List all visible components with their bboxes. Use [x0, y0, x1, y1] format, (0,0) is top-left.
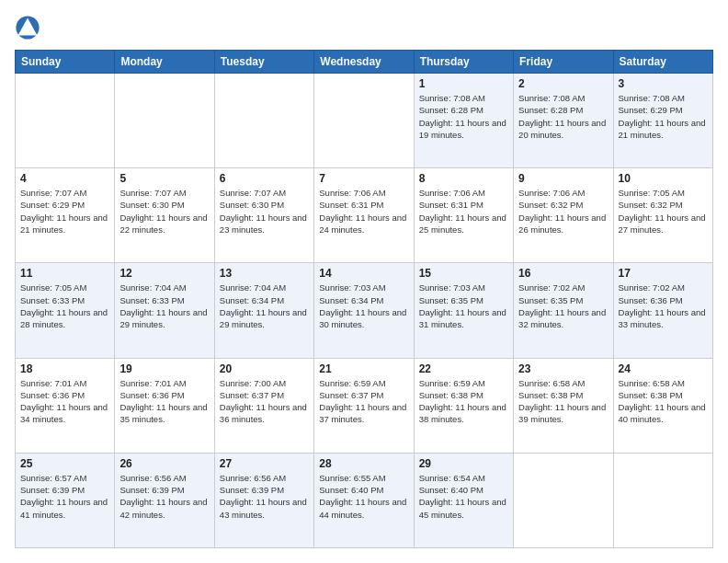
page: SundayMondayTuesdayWednesdayThursdayFrid…: [0, 0, 728, 563]
day-info: Sunrise: 7:08 AMSunset: 6:29 PMDaylight:…: [619, 92, 708, 141]
calendar-cell: 17Sunrise: 7:02 AMSunset: 6:36 PMDayligh…: [613, 263, 712, 358]
day-number: 19: [119, 362, 209, 375]
day-info: Sunrise: 6:56 AMSunset: 6:39 PMDaylight:…: [220, 472, 309, 521]
calendar-cell: [16, 74, 115, 168]
day-number: 22: [419, 362, 508, 375]
day-number: 11: [20, 267, 109, 280]
day-info: Sunrise: 6:54 AMSunset: 6:40 PMDaylight:…: [419, 472, 508, 521]
day-info: Sunrise: 7:00 AMSunset: 6:37 PMDaylight:…: [220, 377, 309, 426]
day-info: Sunrise: 7:05 AMSunset: 6:33 PMDaylight:…: [20, 282, 109, 330]
calendar-cell: 7Sunrise: 7:06 AMSunset: 6:31 PMDaylight…: [314, 168, 414, 263]
day-number: 3: [619, 77, 708, 90]
logo: [15, 15, 44, 40]
calendar-cell: 20Sunrise: 7:00 AMSunset: 6:37 PMDayligh…: [214, 358, 313, 453]
calendar-cell: 2Sunrise: 7:08 AMSunset: 6:28 PMDaylight…: [514, 74, 613, 168]
day-number: 6: [220, 172, 309, 185]
calendar-cell: [214, 74, 313, 168]
day-number: 14: [319, 267, 408, 280]
day-info: Sunrise: 7:06 AMSunset: 6:31 PMDaylight:…: [319, 187, 408, 236]
day-info: Sunrise: 6:59 AMSunset: 6:38 PMDaylight:…: [419, 377, 508, 426]
calendar-cell: 22Sunrise: 6:59 AMSunset: 6:38 PMDayligh…: [414, 358, 513, 453]
day-number: 18: [20, 362, 109, 375]
calendar-cell: 25Sunrise: 6:57 AMSunset: 6:39 PMDayligh…: [16, 453, 115, 547]
calendar-cell: 4Sunrise: 7:07 AMSunset: 6:29 PMDaylight…: [16, 168, 115, 263]
calendar-cell: 13Sunrise: 7:04 AMSunset: 6:34 PMDayligh…: [214, 263, 313, 358]
calendar-cell: [514, 453, 613, 547]
day-number: 5: [119, 172, 209, 185]
day-info: Sunrise: 6:55 AMSunset: 6:40 PMDaylight:…: [319, 472, 408, 521]
day-info: Sunrise: 7:03 AMSunset: 6:35 PMDaylight:…: [419, 282, 508, 330]
calendar-cell: 26Sunrise: 6:56 AMSunset: 6:39 PMDayligh…: [115, 453, 214, 547]
calendar-cell: [314, 74, 414, 168]
calendar-cell: 6Sunrise: 7:07 AMSunset: 6:30 PMDaylight…: [214, 168, 313, 263]
weekday-header-thursday: Thursday: [414, 51, 513, 74]
day-number: 10: [619, 172, 708, 185]
calendar-cell: [115, 74, 214, 168]
day-number: 2: [518, 77, 608, 90]
day-number: 13: [220, 267, 309, 280]
calendar-cell: 24Sunrise: 6:58 AMSunset: 6:38 PMDayligh…: [613, 358, 712, 453]
day-number: 26: [119, 457, 209, 470]
calendar-cell: 21Sunrise: 6:59 AMSunset: 6:37 PMDayligh…: [314, 358, 414, 453]
calendar-cell: 8Sunrise: 7:06 AMSunset: 6:31 PMDaylight…: [414, 168, 513, 263]
calendar-week-row: 1Sunrise: 7:08 AMSunset: 6:28 PMDaylight…: [16, 74, 713, 168]
calendar-cell: 11Sunrise: 7:05 AMSunset: 6:33 PMDayligh…: [16, 263, 115, 358]
day-info: Sunrise: 7:07 AMSunset: 6:30 PMDaylight:…: [220, 187, 309, 236]
day-number: 20: [220, 362, 309, 375]
calendar-cell: 29Sunrise: 6:54 AMSunset: 6:40 PMDayligh…: [414, 453, 513, 547]
calendar-cell: 3Sunrise: 7:08 AMSunset: 6:29 PMDaylight…: [613, 74, 712, 168]
calendar-week-row: 4Sunrise: 7:07 AMSunset: 6:29 PMDaylight…: [16, 168, 713, 263]
day-number: 24: [619, 362, 708, 375]
day-info: Sunrise: 6:57 AMSunset: 6:39 PMDaylight:…: [20, 472, 109, 521]
calendar-cell: 19Sunrise: 7:01 AMSunset: 6:36 PMDayligh…: [115, 358, 214, 453]
calendar-week-row: 25Sunrise: 6:57 AMSunset: 6:39 PMDayligh…: [16, 453, 713, 547]
day-number: 8: [419, 172, 508, 185]
day-number: 17: [619, 267, 708, 280]
calendar-cell: 28Sunrise: 6:55 AMSunset: 6:40 PMDayligh…: [314, 453, 414, 547]
day-info: Sunrise: 7:04 AMSunset: 6:34 PMDaylight:…: [220, 282, 309, 330]
day-number: 7: [319, 172, 408, 185]
header: [15, 15, 713, 40]
day-info: Sunrise: 6:58 AMSunset: 6:38 PMDaylight:…: [518, 377, 608, 426]
calendar-cell: 16Sunrise: 7:02 AMSunset: 6:35 PMDayligh…: [514, 263, 613, 358]
day-number: 28: [319, 457, 408, 470]
day-info: Sunrise: 7:02 AMSunset: 6:35 PMDaylight:…: [518, 282, 608, 330]
day-info: Sunrise: 7:01 AMSunset: 6:36 PMDaylight:…: [119, 377, 209, 426]
calendar-cell: 15Sunrise: 7:03 AMSunset: 6:35 PMDayligh…: [414, 263, 513, 358]
day-info: Sunrise: 6:59 AMSunset: 6:37 PMDaylight:…: [319, 377, 408, 426]
day-number: 23: [518, 362, 608, 375]
day-info: Sunrise: 7:08 AMSunset: 6:28 PMDaylight:…: [518, 92, 608, 141]
day-info: Sunrise: 7:08 AMSunset: 6:28 PMDaylight:…: [419, 92, 508, 141]
calendar-cell: 23Sunrise: 6:58 AMSunset: 6:38 PMDayligh…: [514, 358, 613, 453]
day-info: Sunrise: 7:07 AMSunset: 6:29 PMDaylight:…: [20, 187, 109, 236]
day-number: 21: [319, 362, 408, 375]
day-number: 16: [518, 267, 608, 280]
calendar-cell: 5Sunrise: 7:07 AMSunset: 6:30 PMDaylight…: [115, 168, 214, 263]
day-info: Sunrise: 6:58 AMSunset: 6:38 PMDaylight:…: [619, 377, 708, 426]
day-number: 15: [419, 267, 508, 280]
weekday-header-sunday: Sunday: [16, 51, 115, 74]
day-info: Sunrise: 7:07 AMSunset: 6:30 PMDaylight:…: [119, 187, 209, 236]
calendar-cell: 10Sunrise: 7:05 AMSunset: 6:32 PMDayligh…: [613, 168, 712, 263]
day-info: Sunrise: 7:02 AMSunset: 6:36 PMDaylight:…: [619, 282, 708, 330]
day-info: Sunrise: 7:04 AMSunset: 6:33 PMDaylight:…: [119, 282, 209, 330]
calendar-week-row: 11Sunrise: 7:05 AMSunset: 6:33 PMDayligh…: [16, 263, 713, 358]
calendar-cell: 12Sunrise: 7:04 AMSunset: 6:33 PMDayligh…: [115, 263, 214, 358]
day-info: Sunrise: 7:01 AMSunset: 6:36 PMDaylight:…: [20, 377, 109, 426]
day-number: 12: [119, 267, 209, 280]
weekday-header-wednesday: Wednesday: [314, 51, 414, 74]
day-info: Sunrise: 6:56 AMSunset: 6:39 PMDaylight:…: [119, 472, 209, 521]
day-number: 27: [220, 457, 309, 470]
calendar-cell: 9Sunrise: 7:06 AMSunset: 6:32 PMDaylight…: [514, 168, 613, 263]
calendar-table: SundayMondayTuesdayWednesdayThursdayFrid…: [15, 50, 713, 548]
day-info: Sunrise: 7:03 AMSunset: 6:34 PMDaylight:…: [319, 282, 408, 330]
calendar-cell: 14Sunrise: 7:03 AMSunset: 6:34 PMDayligh…: [314, 263, 414, 358]
day-number: 25: [20, 457, 109, 470]
day-number: 1: [419, 77, 508, 90]
calendar-cell: 18Sunrise: 7:01 AMSunset: 6:36 PMDayligh…: [16, 358, 115, 453]
day-info: Sunrise: 7:06 AMSunset: 6:32 PMDaylight:…: [518, 187, 608, 236]
weekday-header-saturday: Saturday: [613, 51, 712, 74]
calendar-cell: [613, 453, 712, 547]
calendar-week-row: 18Sunrise: 7:01 AMSunset: 6:36 PMDayligh…: [16, 358, 713, 453]
day-number: 9: [518, 172, 608, 185]
